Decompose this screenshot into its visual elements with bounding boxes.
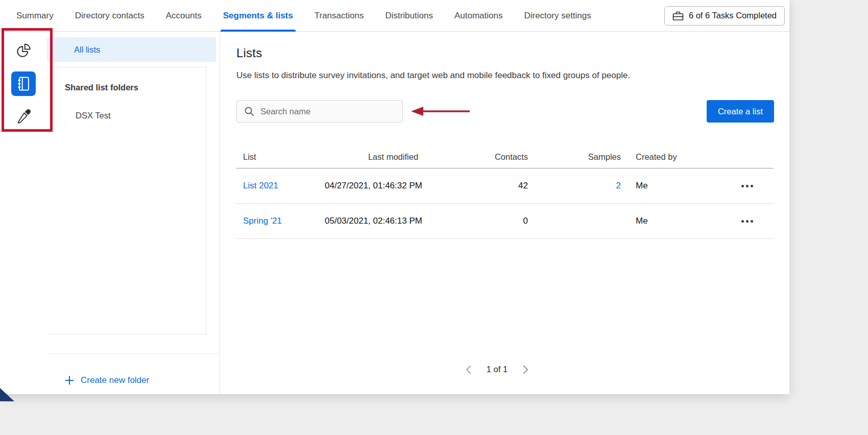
- created-by-cell: Me: [624, 216, 711, 226]
- search-box: [236, 100, 403, 123]
- tab-accounts[interactable]: Accounts: [155, 0, 212, 31]
- row-actions-ellipsis-icon[interactable]: [740, 217, 754, 226]
- tab-transactions[interactable]: Transactions: [304, 0, 375, 31]
- top-nav: Summary Directory contacts Accounts Segm…: [0, 0, 789, 32]
- column-header-created-by: Created by: [624, 152, 711, 162]
- app-window: Summary Directory contacts Accounts Segm…: [0, 0, 789, 394]
- create-list-button[interactable]: Create a list: [707, 100, 774, 123]
- corner-triangle-decoration: [0, 388, 15, 403]
- lists-main-panel: Lists Use lists to distribute survey inv…: [220, 32, 789, 394]
- last-modified-cell: 05/03/2021, 02:46:13 PM: [325, 216, 462, 226]
- page-title: Lists: [236, 46, 774, 60]
- chevron-left-icon[interactable]: [466, 365, 471, 374]
- row-actions-ellipsis-icon[interactable]: [740, 182, 754, 190]
- lists-rail-button[interactable]: [11, 71, 36, 96]
- column-header-list: List: [236, 152, 325, 162]
- search-icon: [237, 106, 260, 116]
- pagination: 1 of 1: [220, 365, 774, 374]
- icon-rail: [0, 32, 47, 394]
- create-new-folder-label: Create new folder: [81, 375, 149, 385]
- tab-segments-and-lists[interactable]: Segments & lists: [212, 0, 304, 31]
- lists-table: List Last modified Contacts Samples Crea…: [236, 146, 774, 239]
- shared-folders-header: Shared list folders: [47, 83, 206, 92]
- sidebar-divider: [47, 353, 220, 354]
- shared-folders-panel: Shared list folders DSX Test: [47, 67, 206, 334]
- samples-link[interactable]: 2: [616, 181, 621, 190]
- lists-sidebar: All lists Shared list folders DSX Test C…: [47, 32, 220, 394]
- last-modified-cell: 04/27/2021, 01:46:32 PM: [325, 181, 462, 191]
- table-row: Spring '21 05/03/2021, 02:46:13 PM 0 Me: [236, 204, 774, 239]
- list-name-link[interactable]: List 2021: [243, 181, 278, 190]
- page-indicator: 1 of 1: [487, 365, 508, 374]
- tab-distributions[interactable]: Distributions: [374, 0, 444, 31]
- tab-summary[interactable]: Summary: [6, 0, 64, 31]
- contacts-cell: 0: [462, 216, 531, 226]
- column-header-last-modified: Last modified: [325, 152, 462, 162]
- eyedropper-icon: [14, 107, 33, 126]
- pie-chart-icon: [14, 42, 33, 60]
- created-by-cell: Me: [624, 181, 711, 191]
- table-header-row: List Last modified Contacts Samples Crea…: [236, 146, 774, 168]
- plus-icon: [65, 376, 74, 385]
- chevron-right-icon[interactable]: [523, 365, 528, 374]
- tasks-completed-label: 6 of 6 Tasks Completed: [689, 11, 777, 20]
- tab-automations[interactable]: Automations: [444, 0, 514, 31]
- sidebar-item-all-lists[interactable]: All lists: [47, 37, 216, 62]
- segments-rail-button[interactable]: [11, 39, 36, 63]
- create-new-folder-button[interactable]: Create new folder: [65, 375, 220, 385]
- lists-toolbar: Create a list: [236, 100, 774, 123]
- list-name-link[interactable]: Spring '21: [243, 216, 282, 226]
- tasks-completed-button[interactable]: 6 of 6 Tasks Completed: [664, 6, 785, 26]
- tab-directory-contacts[interactable]: Directory contacts: [64, 0, 155, 31]
- table-row: List 2021 04/27/2021, 01:46:32 PM 42 2 M…: [236, 168, 774, 204]
- notebook-icon: [14, 75, 33, 93]
- folder-item-dsx-test[interactable]: DSX Test: [47, 111, 206, 120]
- search-input[interactable]: [260, 107, 388, 116]
- page-description: Use lists to distribute survey invitatio…: [236, 70, 774, 81]
- contacts-cell: 42: [462, 181, 531, 191]
- tools-rail-button[interactable]: [11, 104, 36, 129]
- column-header-samples: Samples: [531, 152, 624, 162]
- column-header-contacts: Contacts: [462, 152, 531, 162]
- briefcase-icon: [672, 11, 684, 21]
- tab-directory-settings[interactable]: Directory settings: [513, 0, 601, 31]
